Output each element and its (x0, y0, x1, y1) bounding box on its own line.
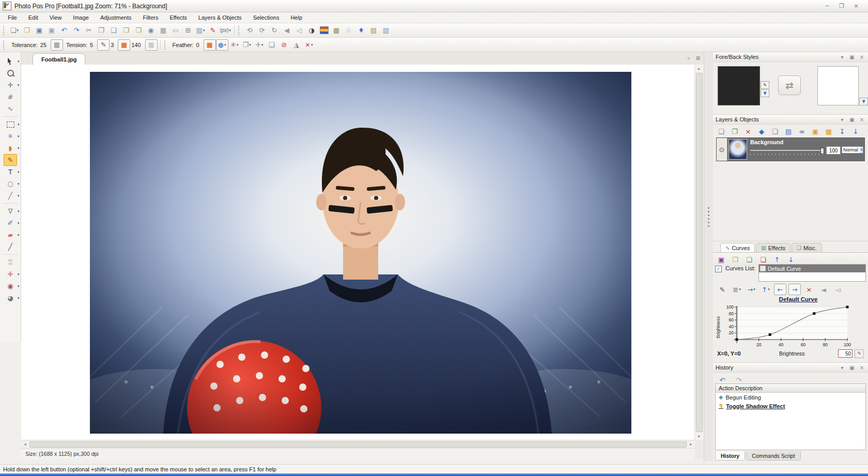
grid-icon[interactable]: ▦ (157, 25, 169, 36)
close-panel-icon[interactable]: × (858, 364, 865, 371)
chevron-down-icon[interactable]: ▾ (18, 194, 20, 198)
curve-chart[interactable]: 2040608010020406080100 (721, 304, 851, 350)
curve-point[interactable] (846, 306, 849, 309)
collapse-icon[interactable]: ▾ (839, 364, 846, 371)
chevron-down-icon[interactable]: ▾ (18, 83, 20, 87)
menu-item-filters[interactable]: Filters (137, 13, 164, 22)
balloon-tool[interactable]: ◕▾ (0, 292, 21, 304)
invert-selection-button[interactable]: ◮ (290, 39, 303, 51)
copy-selection-button[interactable]: ❐▾ (241, 39, 253, 51)
open-file-icon[interactable]: ❒ (21, 25, 33, 36)
chevron-down-icon[interactable]: ▾ (18, 146, 20, 150)
chevron-down-icon[interactable]: ▾ (203, 28, 205, 33)
curve-item-checkbox[interactable] (760, 266, 766, 271)
select-rectangle-tool-icon[interactable] (4, 118, 17, 130)
magic-wand-tool[interactable]: ✳▾ (0, 130, 21, 142)
chevron-down-icon[interactable]: ▾ (18, 134, 20, 139)
fill-color-button[interactable]: ■ (204, 39, 216, 51)
chevron-down-icon[interactable]: ▾ (261, 43, 264, 47)
toolbar-grip[interactable] (238, 26, 241, 35)
chevron-down-icon[interactable]: ▾ (753, 287, 755, 291)
history-entry[interactable]: ◈Begun Editing (716, 393, 865, 402)
fill-tool-icon[interactable]: ∇ (4, 205, 17, 217)
preview-icon[interactable]: ◉ (145, 25, 157, 36)
toolbar-grip[interactable] (3, 40, 6, 50)
layer-opacity-value[interactable]: 100 (826, 146, 841, 155)
line-tool[interactable]: ╱▾ (0, 190, 21, 202)
menu-item-file[interactable]: File (2, 13, 23, 22)
copy-icon[interactable]: ❐ (95, 25, 107, 36)
select-rectangle-tool[interactable]: ▾ (0, 118, 21, 130)
photo-image[interactable] (90, 72, 631, 434)
tab-history[interactable]: History (715, 451, 745, 460)
contrast-icon[interactable]: ◑ (305, 25, 318, 36)
rotate-left-icon[interactable]: ⟲ (243, 25, 256, 36)
pointer-tool[interactable]: ▾ (0, 55, 21, 67)
pointer-tool-icon[interactable] (4, 55, 17, 67)
pattern-button[interactable]: ▦ (145, 39, 158, 51)
chevron-down-icon[interactable]: ▾ (768, 287, 770, 291)
sharpen-icon[interactable]: ♢ (343, 25, 355, 36)
path-tool-icon[interactable]: ∿ (4, 103, 17, 115)
wand-options-button[interactable]: ✳▾ (228, 39, 241, 51)
menu-item-layers-objects[interactable]: Layers & Objects (193, 13, 247, 22)
tab-curves[interactable]: ∿Curves (720, 243, 755, 252)
crop-tool[interactable]: # (0, 91, 21, 103)
chevron-down-icon[interactable]: ▾ (229, 28, 231, 33)
prev-point-icon[interactable]: ← (774, 284, 786, 295)
save-curve-icon[interactable]: ▣ (715, 254, 727, 265)
edit-curve-icon[interactable]: ✎ (716, 284, 729, 295)
magic-wand-tool-icon[interactable]: ✳ (4, 130, 17, 142)
delete-layer-icon[interactable]: × (742, 126, 754, 137)
toolbar-grip[interactable] (3, 26, 6, 35)
save-as-icon[interactable]: ▣ (45, 25, 58, 36)
horizontal-scrollbar[interactable]: ◂ ▸ (21, 440, 695, 449)
balloon-tool-icon[interactable]: ◕ (4, 292, 17, 304)
eyedropper-tool-icon[interactable]: ╱ (4, 241, 17, 253)
chevron-down-icon[interactable]: ▾ (18, 182, 20, 186)
layer-up-icon[interactable]: ↑ (863, 126, 868, 137)
copy-special-icon[interactable]: ❑ (107, 25, 120, 36)
background-swatch[interactable] (817, 66, 859, 105)
color-replace-icon[interactable]: ▩ (330, 25, 343, 36)
curves-list-item[interactable]: Default Curve (759, 265, 865, 272)
vertical-scrollbar[interactable]: ▴ ▾ (694, 65, 704, 440)
menu-item-image[interactable]: Image (67, 13, 95, 22)
move-tool[interactable]: ✛▾ (0, 79, 21, 91)
curve-selection-tool-icon[interactable]: ✎ (4, 154, 17, 166)
healing-tool-icon[interactable]: ✚ (4, 268, 17, 280)
pin-icon[interactable]: ▣ (848, 116, 856, 123)
close-panel-icon[interactable]: × (858, 116, 865, 123)
delete-curve-icon[interactable]: ❏ (757, 254, 769, 265)
layer-row-background[interactable]: ⊙ Background 100 Normal ▾ (716, 137, 865, 161)
new-document-icon[interactable]: ❏▾ (8, 25, 21, 36)
scroll-right-icon[interactable]: ▸ (687, 440, 695, 448)
next-point-icon[interactable]: → (788, 284, 801, 295)
brush-tool[interactable]: ✐▾ (0, 217, 21, 229)
paste-icon[interactable]: ❒ (120, 25, 132, 36)
color-levels-icon[interactable] (318, 25, 330, 36)
fill-tool[interactable]: ∇▾ (0, 205, 21, 217)
picture-icon[interactable]: ▧ (380, 25, 392, 36)
selection-brush-tool[interactable]: ◗▾ (0, 142, 21, 154)
undo-icon[interactable]: ↶ (58, 25, 70, 36)
minimize-icon[interactable]: ─ (823, 2, 832, 10)
feather-value[interactable]: 0 (196, 42, 199, 48)
flip-horizontal-icon[interactable]: ◀ (281, 25, 293, 36)
selection-brush-tool-icon[interactable]: ◗ (4, 142, 17, 154)
apply-horizontal-icon[interactable]: →▾ (745, 284, 757, 295)
close-tab-icon[interactable]: ⊠ (694, 54, 702, 62)
split-view-icon[interactable]: ⊞ (182, 25, 194, 36)
copy-layer-icon[interactable]: ❑ (769, 126, 781, 137)
curve-layers-icon[interactable]: ≣▾ (731, 284, 743, 295)
layer-to-bottom-icon[interactable]: ↧ (836, 126, 848, 137)
chevron-down-icon[interactable]: ▾ (18, 272, 20, 277)
delete-selection-button[interactable]: ×▾ (303, 39, 315, 51)
tolerance-value[interactable]: 25 (40, 42, 47, 48)
load-curve-icon[interactable]: ❒ (729, 254, 741, 265)
tab-list-icon[interactable]: ▿ (685, 54, 692, 62)
curve-pen-button[interactable]: ✎ (97, 39, 110, 51)
blend-mode-dropdown[interactable]: Normal ▾ (842, 146, 863, 153)
healing-tool[interactable]: ✚▾ (0, 268, 21, 280)
collapse-icon[interactable]: ▾ (839, 116, 846, 123)
